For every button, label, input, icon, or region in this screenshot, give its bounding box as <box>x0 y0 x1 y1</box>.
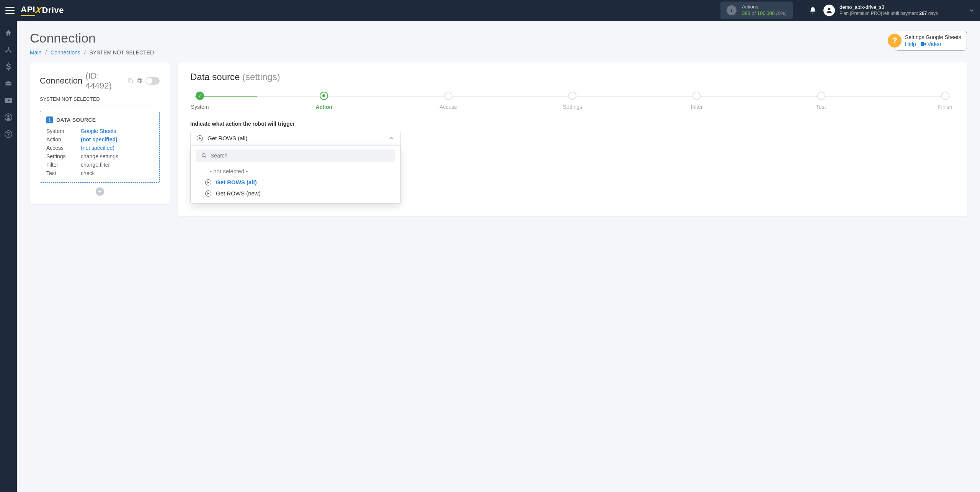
top-header: APIXDrive i Actions: 388 of 100'000 (0%)… <box>0 0 980 21</box>
help-box: ? Settings Google Sheets Help Video <box>888 31 967 51</box>
help-icon[interactable] <box>1 126 16 142</box>
actions-pct: (0%) <box>776 10 786 16</box>
hamburger-icon[interactable] <box>5 7 15 14</box>
step-settings[interactable]: Settings <box>563 92 582 110</box>
data-source-box: 1 DATA SOURCE System Google Sheets Actio… <box>40 111 160 183</box>
step-test[interactable]: Test <box>812 92 831 110</box>
dropdown-search[interactable] <box>196 149 395 162</box>
row-filter-val[interactable]: change filter <box>81 162 153 168</box>
copy-icon[interactable] <box>127 78 133 84</box>
username: demo_apix-drive_s3 <box>840 4 938 11</box>
row-system-key: System <box>46 128 81 134</box>
question-badge-icon[interactable]: ? <box>888 34 902 48</box>
row-test-val[interactable]: check <box>81 170 153 176</box>
video-icon <box>921 42 926 46</box>
svg-point-11 <box>202 154 205 157</box>
section-number: 1 <box>46 116 53 123</box>
action-dropdown: Get ROWS (all) - not selected - Get ROWS… <box>190 131 401 204</box>
gear-icon[interactable] <box>136 78 142 84</box>
option-get-rows-all[interactable]: Get ROWS (all) <box>196 177 395 188</box>
add-step-button[interactable]: + <box>96 187 104 196</box>
user-icon[interactable] <box>1 110 16 125</box>
conn-id: (ID: 44492) <box>85 71 124 91</box>
actions-label: Actions: <box>742 4 787 10</box>
plan-prefix: Plan | <box>840 11 851 16</box>
brand-text-drive: Drive <box>42 5 64 15</box>
page-title: Connection <box>30 31 154 46</box>
conn-title: Connection <box>40 76 82 86</box>
row-system-val[interactable]: Google Sheets <box>81 128 153 134</box>
step-system[interactable]: ✓System <box>190 92 209 110</box>
search-icon <box>201 153 207 158</box>
svg-point-8 <box>8 136 9 136</box>
user-menu[interactable]: demo_apix-drive_s3 Plan |Premium PRO| le… <box>823 4 938 16</box>
row-settings-key: Settings <box>46 153 81 159</box>
dropdown-selected: Get ROWS (all) <box>207 135 384 141</box>
plan-days-num: 267 <box>919 11 927 16</box>
breadcrumb: Main / Connections / SYSTEM NOT SELECTED <box>30 49 154 56</box>
actions-usage-text: Actions: 388 of 100'000 (0%) <box>742 4 787 17</box>
option-get-rows-new[interactable]: Get ROWS (new) <box>196 188 395 199</box>
home-icon[interactable] <box>1 25 16 41</box>
settings-card: Data source (settings) ✓System Action Ac… <box>178 62 967 216</box>
step-finish[interactable]: Finish <box>936 92 955 110</box>
dropdown-body: - not selected - Get ROWS (all) Get ROWS… <box>191 146 400 203</box>
row-access-val[interactable]: (not specified) <box>81 145 153 151</box>
avatar-icon <box>823 5 835 16</box>
brand-text-x: X <box>35 5 42 15</box>
plan-name: Premium PRO <box>851 11 880 16</box>
main-content: Connection Main / Connections / SYSTEM N… <box>17 21 980 226</box>
video-link[interactable]: Video <box>921 41 941 47</box>
help-title: Settings Google Sheets <box>905 34 961 40</box>
plan-days-word: days <box>928 11 938 16</box>
breadcrumb-connections[interactable]: Connections <box>51 49 80 56</box>
brand-text-api: API <box>21 5 35 16</box>
actions-usage-box[interactable]: i Actions: 388 of 100'000 (0%) <box>720 2 793 19</box>
video-text: Video <box>928 41 941 47</box>
dropdown-head[interactable]: Get ROWS (all) <box>191 131 400 146</box>
connections-icon[interactable] <box>1 42 16 57</box>
settings-subtitle: (settings) <box>242 72 280 82</box>
actions-used: 388 <box>742 10 750 16</box>
user-text: demo_apix-drive_s3 Plan |Premium PRO| le… <box>840 4 938 16</box>
row-access-key: Access <box>46 145 81 151</box>
connection-toggle[interactable] <box>145 77 160 85</box>
help-card: Settings Google Sheets Help Video <box>895 31 967 51</box>
step-access[interactable]: Access <box>439 92 458 110</box>
settings-title: Data source <box>190 72 240 82</box>
billing-icon[interactable] <box>1 59 16 74</box>
svg-rect-9 <box>921 42 924 46</box>
section-title: DATA SOURCE <box>56 117 96 123</box>
actions-total: 100'000 <box>757 10 775 16</box>
option-not-selected[interactable]: - not selected - <box>196 166 395 177</box>
row-settings-val[interactable]: change settings <box>81 153 153 159</box>
youtube-icon[interactable] <box>1 93 16 108</box>
svg-point-0 <box>828 8 831 10</box>
bell-icon[interactable] <box>809 7 817 14</box>
play-icon <box>205 179 211 185</box>
left-sidebar <box>0 21 17 226</box>
stepper: ✓System Action Access Settings Filter Te… <box>190 92 955 110</box>
row-filter-key: Filter <box>46 162 81 168</box>
row-action-key: Action <box>46 136 81 143</box>
actions-of: of <box>752 10 756 16</box>
conn-subtitle: SYSTEM NOT SELECTED <box>40 96 160 105</box>
svg-point-6 <box>7 115 10 118</box>
chevron-up-icon <box>388 135 394 141</box>
briefcase-icon[interactable] <box>1 76 16 91</box>
step-action[interactable]: Action <box>314 92 333 110</box>
plan-mid: | left until payment <box>881 11 918 16</box>
chevron-down-icon[interactable] <box>969 7 975 13</box>
breadcrumb-current: SYSTEM NOT SELECTED <box>90 49 154 56</box>
row-action-val[interactable]: (not specified) <box>81 136 153 143</box>
brand-logo[interactable]: APIXDrive <box>21 5 64 16</box>
help-link[interactable]: Help <box>905 41 916 47</box>
breadcrumb-main[interactable]: Main <box>30 49 41 56</box>
step-filter[interactable]: Filter <box>687 92 706 110</box>
connection-card: Connection (ID: 44492) SYSTEM NOT SELECT… <box>30 62 170 204</box>
play-icon <box>205 190 211 197</box>
form-label: Indicate what action the robot will trig… <box>190 121 955 127</box>
svg-rect-10 <box>129 80 132 83</box>
search-input[interactable] <box>211 153 390 159</box>
svg-point-1 <box>8 47 9 48</box>
